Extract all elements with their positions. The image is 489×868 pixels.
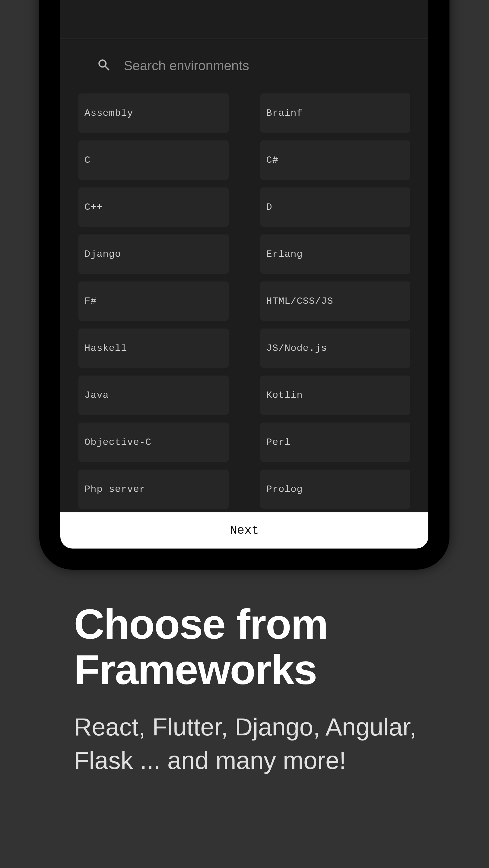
env-label: Java [84, 390, 109, 401]
env-label: C [84, 155, 90, 166]
env-tile[interactable]: C [79, 141, 229, 180]
search-input[interactable] [124, 58, 392, 73]
env-label: Prolog [266, 484, 303, 495]
env-label: F# [84, 296, 96, 307]
env-tile[interactable]: Brainf [260, 93, 410, 133]
env-tile[interactable]: JS/Node.js [260, 329, 410, 368]
env-tile[interactable]: Assembly [79, 93, 229, 133]
env-label: Haskell [84, 343, 127, 354]
marketing-copy: Choose from Frameworks React, Flutter, D… [74, 601, 441, 777]
screen: Assembly Brainf C C# C++ D Django Erlang… [60, 0, 428, 549]
env-tile[interactable]: C# [260, 141, 410, 180]
env-tile[interactable]: Haskell [79, 329, 229, 368]
env-label: Erlang [266, 249, 303, 260]
search-bar[interactable] [79, 49, 410, 82]
marketing-subtitle: React, Flutter, Django, Angular, Flask .… [74, 710, 441, 777]
env-label: JS/Node.js [266, 343, 327, 354]
env-label: Perl [266, 437, 291, 448]
env-label: Django [84, 249, 121, 260]
env-tile[interactable]: Java [79, 375, 229, 415]
env-label: Assembly [84, 107, 133, 119]
search-icon [96, 58, 112, 74]
env-label: Php server [84, 484, 145, 495]
env-tile[interactable]: Objective-C [79, 423, 229, 462]
env-tile[interactable]: HTML/CSS/JS [260, 281, 410, 321]
env-label: Kotlin [266, 390, 303, 401]
env-label: HTML/CSS/JS [266, 296, 333, 307]
environment-grid: Assembly Brainf C C# C++ D Django Erlang… [79, 93, 410, 513]
env-tile[interactable]: Erlang [260, 235, 410, 274]
marketing-title: Choose from Frameworks [74, 601, 441, 692]
env-label: C# [266, 155, 279, 166]
env-tile[interactable]: Django [79, 235, 229, 274]
divider [60, 38, 428, 39]
env-label: D [266, 202, 272, 213]
env-tile[interactable]: Php server [79, 470, 229, 509]
phone-frame: Assembly Brainf C C# C++ D Django Erlang… [39, 0, 450, 569]
env-label: Objective-C [84, 437, 151, 448]
next-button[interactable]: Next [60, 513, 428, 549]
env-tile[interactable]: Perl [260, 423, 410, 462]
env-label: C++ [84, 202, 103, 213]
env-label: Brainf [266, 107, 303, 119]
env-tile[interactable]: C++ [79, 187, 229, 227]
env-tile[interactable]: D [260, 187, 410, 227]
env-tile[interactable]: F# [79, 281, 229, 321]
env-tile[interactable]: Kotlin [260, 375, 410, 415]
env-tile[interactable]: Prolog [260, 470, 410, 509]
next-label: Next [230, 524, 259, 537]
